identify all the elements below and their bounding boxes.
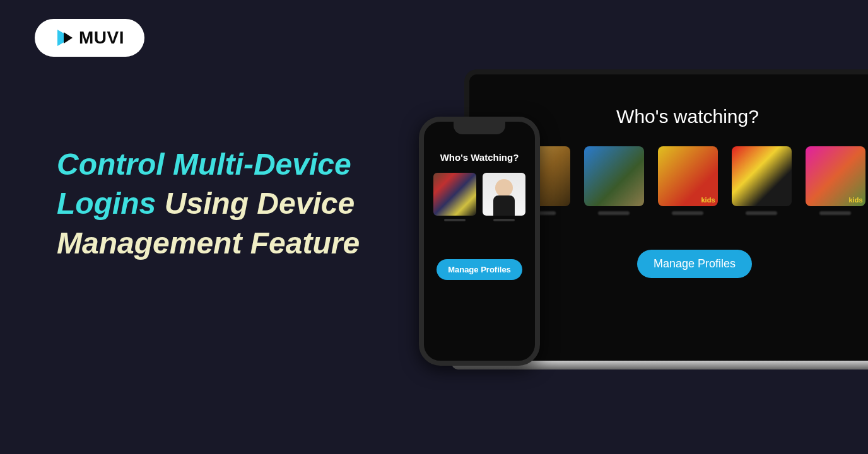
profile-avatar-figure (483, 173, 525, 216)
main-headline: Control Multi-Device Logins Using Device… (57, 145, 360, 263)
profile-avatar-bug: kids (658, 146, 718, 206)
profile-item[interactable] (433, 173, 476, 221)
laptop-profile-heading: Who's watching? (520, 106, 855, 127)
figure-body (493, 195, 515, 216)
manage-profiles-button[interactable]: Manage Profiles (437, 259, 522, 280)
profile-avatar-turtle (584, 146, 644, 206)
profile-name-placeholder (598, 211, 630, 215)
kids-badge: kids (848, 196, 862, 204)
profile-avatar-characters (433, 173, 476, 216)
profile-item[interactable]: kids (658, 146, 718, 215)
profile-item[interactable]: kids (806, 146, 865, 215)
headline-part-3: Management Feature (57, 226, 360, 260)
profile-name-placeholder (672, 211, 703, 215)
phone-profiles-row (434, 173, 525, 221)
phone-profile-heading: Who's Watching? (434, 152, 525, 163)
profile-name-placeholder (819, 211, 851, 215)
profile-item[interactable] (483, 173, 525, 221)
profile-name-placeholder (493, 219, 515, 221)
profile-name-placeholder (746, 211, 777, 215)
play-icon (55, 28, 74, 47)
phone-screen: Who's Watching? Manage Profiles (424, 122, 535, 290)
profile-name-placeholder (444, 219, 466, 221)
profile-item[interactable] (732, 146, 792, 215)
phone-notch (454, 122, 505, 134)
profile-item[interactable] (584, 146, 644, 215)
phone-device: Who's Watching? Manage Profiles (419, 117, 540, 366)
laptop-profiles-row: kids kids (520, 146, 855, 215)
headline-part-2a: Logins (57, 187, 156, 220)
logo-text: MUVI (79, 28, 124, 48)
profile-avatar-butterfly: kids (806, 146, 865, 206)
figure-head (495, 179, 513, 197)
brand-logo-pill: MUVI (35, 19, 144, 57)
headline-part-2b: Using Device (165, 187, 355, 220)
manage-profiles-button[interactable]: Manage Profiles (637, 250, 752, 278)
headline-part-1: Control Multi-Device (57, 148, 351, 181)
profile-avatar-mickey (732, 146, 792, 206)
kids-badge: kids (701, 196, 715, 204)
